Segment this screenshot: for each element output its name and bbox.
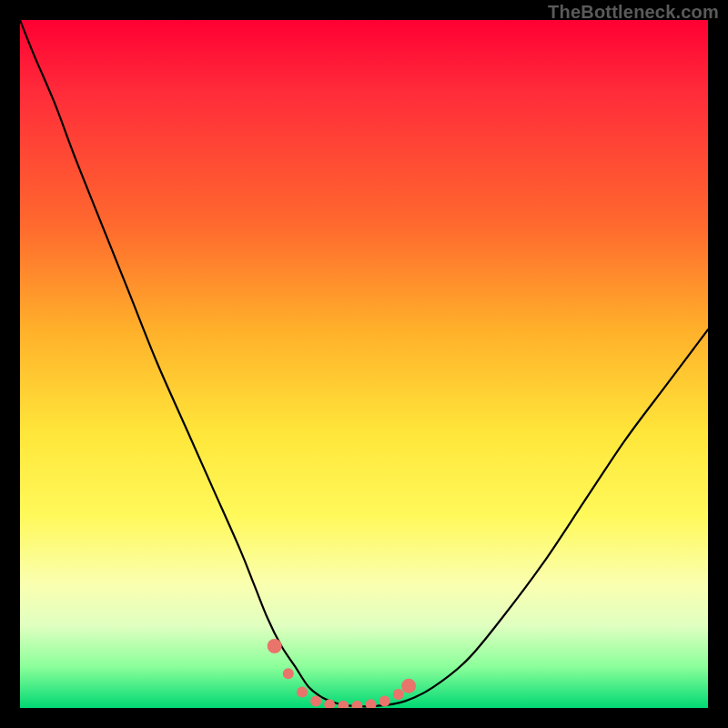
trough-marker — [393, 689, 404, 700]
trough-marker — [338, 701, 349, 708]
chart-svg — [20, 20, 708, 708]
watermark-text: TheBottleneck.com — [548, 2, 719, 23]
trough-marker — [366, 699, 377, 708]
chart-frame: TheBottleneck.com — [0, 0, 728, 728]
plot-area — [20, 20, 708, 708]
bottleneck-curve — [20, 20, 708, 706]
trough-marker — [324, 699, 335, 708]
trough-marker — [268, 639, 282, 653]
trough-marker — [379, 695, 390, 706]
trough-marker — [297, 687, 308, 698]
trough-marker-group — [268, 639, 416, 708]
trough-marker — [351, 701, 362, 708]
trough-marker — [283, 668, 294, 679]
trough-marker — [401, 679, 416, 693]
trough-marker — [310, 695, 321, 706]
